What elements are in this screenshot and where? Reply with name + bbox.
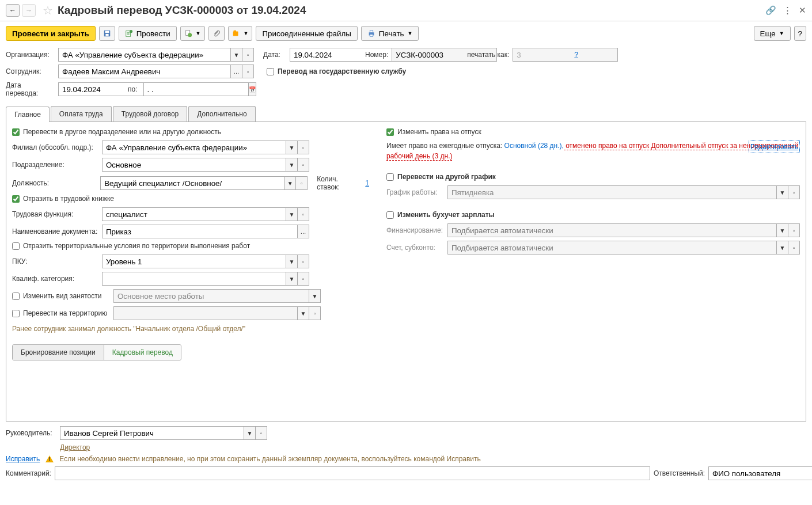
dropdown-icon[interactable]: ▼ <box>777 185 788 199</box>
position-input[interactable] <box>100 176 284 190</box>
transfer-checkbox[interactable] <box>12 128 20 136</box>
svg-point-4 <box>130 30 132 33</box>
dropdown-icon[interactable]: ▼ <box>244 426 256 440</box>
open-icon[interactable]: ▫ <box>788 241 800 255</box>
hr-transfer-toggle[interactable]: Кадровый перевод <box>104 345 181 360</box>
territory-input <box>113 306 298 320</box>
kebab-icon[interactable]: ⋮ <box>783 5 792 16</box>
reflect-territory-checkbox[interactable] <box>12 242 20 250</box>
transfer-date-label: Дата перевода: <box>6 81 55 97</box>
branch-input[interactable] <box>102 141 286 154</box>
tab-contract[interactable]: Трудовой договор <box>113 106 187 121</box>
pku-input[interactable] <box>102 255 286 268</box>
edit-vacation-link[interactable]: Редактировать <box>749 141 800 153</box>
printas-help-icon[interactable]: ? <box>574 51 578 59</box>
tab-main[interactable]: Главное <box>6 107 50 122</box>
save-button[interactable] <box>99 26 115 41</box>
dropdown-icon[interactable]: ▼ <box>777 223 788 237</box>
previous-position-note: Ранее сотрудник занимал должность "Начал… <box>12 325 369 333</box>
open-icon[interactable]: ▫ <box>298 158 309 172</box>
employee-select-icon[interactable]: … <box>231 64 242 78</box>
correct-text: Если необходимо внести исправление, но п… <box>59 455 481 463</box>
to-date-input[interactable] <box>143 82 249 96</box>
transfer-schedule-checkbox[interactable] <box>386 173 394 181</box>
close-icon[interactable]: ✕ <box>799 5 806 16</box>
open-icon[interactable]: ▫ <box>298 272 309 286</box>
org-dropdown-icon[interactable]: ▼ <box>231 48 242 62</box>
org-open-icon[interactable]: ▫ <box>242 48 254 62</box>
dept-label: Подразделение: <box>12 161 98 169</box>
schedule-label: График работы: <box>386 188 444 196</box>
page-title: Кадровый перевод УСЗК-000003 от 19.04.20… <box>58 4 765 17</box>
change-accounting-checkbox[interactable] <box>386 211 394 219</box>
template-button[interactable]: ▼ <box>228 26 253 41</box>
booking-toggle[interactable]: Бронирование позиции <box>13 345 104 360</box>
comment-input[interactable] <box>55 466 650 480</box>
financing-input <box>447 223 777 237</box>
help-button[interactable]: ? <box>794 26 806 41</box>
manager-input[interactable] <box>60 426 244 440</box>
post-button[interactable]: Провести <box>119 26 177 41</box>
transfer-check-label: Перевести в другое подразделение или на … <box>23 128 221 136</box>
dept-input[interactable] <box>102 158 286 172</box>
transfer-territory-checkbox[interactable] <box>12 310 20 317</box>
attach-button[interactable] <box>208 26 225 41</box>
change-employment-checkbox[interactable] <box>12 293 20 300</box>
svg-rect-11 <box>370 35 373 37</box>
favorite-icon[interactable]: ☆ <box>43 3 53 17</box>
org-input[interactable] <box>58 48 231 62</box>
qualif-label: Квалиф. категория: <box>12 275 98 283</box>
dropdown-icon[interactable]: ▼ <box>286 141 298 154</box>
open-icon[interactable]: ▫ <box>309 306 321 320</box>
create-based-button[interactable]: ▼ <box>180 26 205 41</box>
open-icon[interactable]: ▫ <box>788 223 800 237</box>
select-icon[interactable]: … <box>298 225 309 238</box>
open-icon[interactable]: ▫ <box>296 176 308 190</box>
dropdown-icon[interactable]: ▼ <box>286 272 298 286</box>
more-button[interactable]: Еще ▼ <box>754 26 791 41</box>
open-icon[interactable]: ▫ <box>256 426 267 440</box>
date-label: Дата: <box>263 51 286 59</box>
employee-open-icon[interactable]: ▫ <box>242 64 254 78</box>
open-icon[interactable]: ▫ <box>298 141 309 154</box>
forward-button[interactable]: → <box>22 4 36 17</box>
post-and-close-button[interactable]: Провести и закрыть <box>6 26 96 41</box>
dropdown-icon[interactable]: ▼ <box>286 207 298 221</box>
account-input <box>447 241 777 255</box>
tab-payment[interactable]: Оплата труда <box>51 106 112 121</box>
responsible-input[interactable] <box>708 466 812 480</box>
dropdown-icon[interactable]: ▼ <box>298 306 309 320</box>
link-icon[interactable]: 🔗 <box>765 5 776 16</box>
print-button[interactable]: Печать▼ <box>361 26 419 41</box>
open-icon[interactable]: ▫ <box>788 185 800 199</box>
open-icon[interactable]: ▫ <box>298 255 309 268</box>
change-vacation-label: Изменить права на отпуск <box>397 128 481 136</box>
printas-input[interactable] <box>513 48 618 62</box>
attached-files-button[interactable]: Присоединенные файлы <box>256 26 357 41</box>
open-icon[interactable]: ▫ <box>298 207 309 221</box>
svg-rect-1 <box>105 31 109 33</box>
to-date-calendar-icon[interactable]: 📅 <box>249 82 256 96</box>
branch-label: Филиал (обособл. подр.): <box>12 143 98 151</box>
dropdown-icon[interactable]: ▼ <box>286 255 298 268</box>
dropdown-icon[interactable]: ▼ <box>309 289 321 303</box>
laborfunc-label: Трудовая функция: <box>12 210 98 218</box>
change-vacation-checkbox[interactable] <box>386 128 394 136</box>
reflect-workbook-checkbox[interactable] <box>12 195 20 203</box>
employee-input[interactable] <box>58 64 231 78</box>
docname-input[interactable] <box>102 225 298 238</box>
tab-additional[interactable]: Дополнительно <box>188 106 255 121</box>
back-button[interactable]: ← <box>6 4 20 17</box>
gov-service-checkbox[interactable] <box>267 68 274 75</box>
stakes-link[interactable]: 1 <box>365 179 369 187</box>
svg-rect-10 <box>370 31 373 33</box>
change-employment-label: Изменить вид занятости <box>23 292 101 300</box>
dropdown-icon[interactable]: ▼ <box>286 158 298 172</box>
qualif-input[interactable] <box>102 272 286 286</box>
laborfunc-input[interactable] <box>102 207 286 221</box>
dropdown-icon[interactable]: ▼ <box>777 241 788 255</box>
dropdown-icon[interactable]: ▼ <box>284 176 296 190</box>
financing-label: Финансирование: <box>386 226 444 234</box>
manager-position-link[interactable]: Директор <box>60 443 90 451</box>
correct-link[interactable]: Исправить <box>6 455 40 463</box>
